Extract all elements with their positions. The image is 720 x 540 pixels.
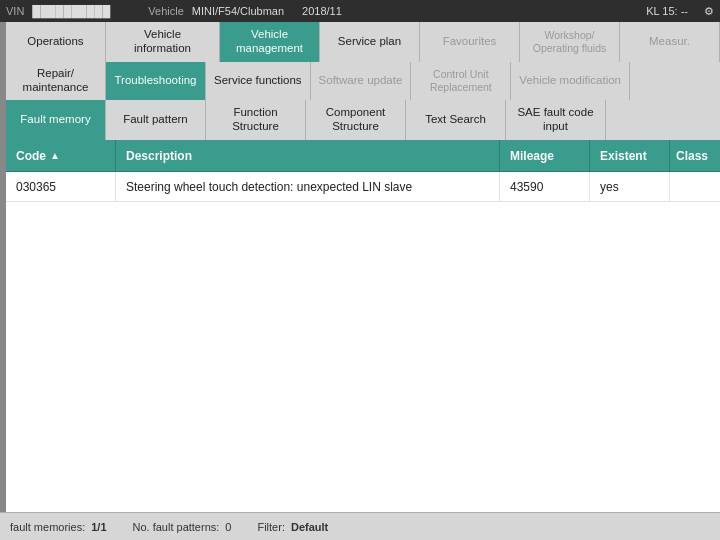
fault-mileage: 43590 xyxy=(510,180,543,194)
col-header-class[interactable]: Class xyxy=(670,140,720,171)
nav-text-search[interactable]: Text Search xyxy=(406,100,506,140)
fault-memories-value: 1/1 xyxy=(91,521,106,533)
kl-value: KL 15: -- xyxy=(646,5,688,17)
nav-operations[interactable]: Operations xyxy=(6,22,106,62)
nav-container: Operations Vehicle information Vehiclema… xyxy=(6,22,720,140)
nav-service-plan[interactable]: Service plan xyxy=(320,22,420,62)
vehicle-value: MINI/F54/Clubman xyxy=(192,5,284,17)
nav-component-structure[interactable]: ComponentStructure xyxy=(306,100,406,140)
col-header-mileage[interactable]: Mileage xyxy=(500,140,590,171)
col-mileage-label: Mileage xyxy=(510,149,554,163)
table-header: Code ▲ Description Mileage Existent Clas… xyxy=(6,140,720,172)
vin-label: VIN xyxy=(6,5,24,17)
vin-value: ██████████ xyxy=(32,5,110,17)
nav-service-functions[interactable]: Service functions xyxy=(206,62,311,100)
sort-ascending-icon: ▲ xyxy=(50,150,60,161)
fault-patterns-value: 0 xyxy=(225,521,231,533)
nav-fault-pattern[interactable]: Fault pattern xyxy=(106,100,206,140)
fault-existent: yes xyxy=(600,180,619,194)
nav-vehicle-management[interactable]: Vehiclemanagement xyxy=(220,22,320,62)
nav-sae-fault-code[interactable]: SAE fault codeinput xyxy=(506,100,606,140)
col-existent-label: Existent xyxy=(600,149,647,163)
fault-code: 030365 xyxy=(16,180,56,194)
nav-workshop-fluids[interactable]: Workshop/Operating fluids xyxy=(520,22,620,62)
nav-row-2: Repair/maintenance Troubleshooting Servi… xyxy=(6,62,720,100)
filter-value: Default xyxy=(291,521,328,533)
table-row[interactable]: 030365 Steering wheel touch detection: u… xyxy=(6,172,720,202)
nav-troubleshooting[interactable]: Troubleshooting xyxy=(106,62,206,100)
nav-row-1: Operations Vehicle information Vehiclema… xyxy=(6,22,720,62)
nav-repair-maintenance[interactable]: Repair/maintenance xyxy=(6,62,106,100)
col-header-description[interactable]: Description xyxy=(116,140,500,171)
empty-content-area xyxy=(6,202,720,512)
nav-fault-memory[interactable]: Fault memory xyxy=(6,100,106,140)
fault-memories-label: fault memories: xyxy=(10,521,85,533)
col-code-label: Code xyxy=(16,149,46,163)
nav-software-update[interactable]: Software update xyxy=(311,62,412,100)
fault-description: Steering wheel touch detection: unexpect… xyxy=(126,180,412,194)
col-desc-label: Description xyxy=(126,149,192,163)
nav-measurements[interactable]: Measur. xyxy=(620,22,720,62)
col-header-existent[interactable]: Existent xyxy=(590,140,670,171)
nav-control-unit-replacement[interactable]: Control UnitReplacement xyxy=(411,62,511,100)
col-header-code[interactable]: Code ▲ xyxy=(6,140,116,171)
main-content-area: Code ▲ Description Mileage Existent Clas… xyxy=(6,140,720,512)
status-bar: fault memories: 1/1 No. fault patterns: … xyxy=(0,512,720,540)
vehicle-label: Vehicle xyxy=(148,5,183,17)
nav-favourites[interactable]: Favourites xyxy=(420,22,520,62)
top-bar: VIN ██████████ Vehicle MINI/F54/Clubman … xyxy=(0,0,720,22)
nav-row-3: Fault memory Fault pattern FunctionStruc… xyxy=(6,100,720,140)
fault-patterns-label: No. fault patterns: xyxy=(133,521,220,533)
settings-icon[interactable]: ⚙ xyxy=(704,5,714,18)
nav-function-structure[interactable]: FunctionStructure xyxy=(206,100,306,140)
date-value: 2018/11 xyxy=(302,5,342,17)
left-sidebar-strip xyxy=(0,22,6,512)
nav-vehicle-information[interactable]: Vehicle information xyxy=(106,22,220,62)
nav-vehicle-modification[interactable]: Vehicle modification xyxy=(511,62,630,100)
col-class-label: Class xyxy=(676,149,708,163)
filter-label: Filter: xyxy=(257,521,285,533)
